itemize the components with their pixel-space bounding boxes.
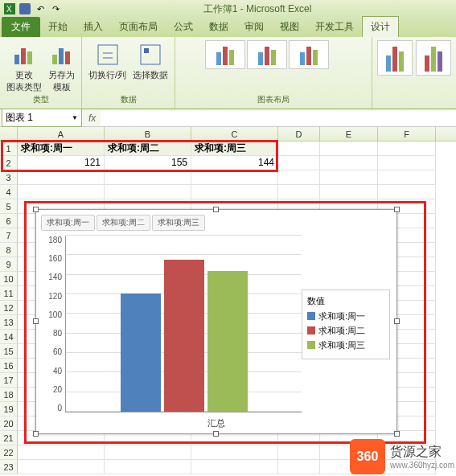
legend-item[interactable]: 求和项:周二 bbox=[307, 325, 384, 337]
chart-style-gallery[interactable] bbox=[377, 40, 451, 76]
row-header[interactable]: 7 bbox=[0, 228, 18, 243]
change-chart-type-button[interactable]: 更改 图表类型 bbox=[5, 40, 43, 95]
undo-icon[interactable]: ↶ bbox=[34, 2, 47, 15]
cell[interactable] bbox=[105, 170, 191, 185]
row-header[interactable]: 4 bbox=[0, 185, 18, 199]
row-header[interactable]: 6 bbox=[0, 214, 18, 228]
worksheet-grid[interactable]: ABCDEF 123456789101112131415161718192021… bbox=[0, 127, 456, 476]
tab-dev[interactable]: 开发工具 bbox=[307, 17, 362, 37]
cell[interactable] bbox=[278, 156, 320, 170]
row-header[interactable]: 10 bbox=[0, 272, 18, 286]
layout-option[interactable] bbox=[205, 40, 245, 69]
cell[interactable] bbox=[18, 185, 105, 199]
cell[interactable] bbox=[278, 185, 320, 199]
chart-layout-gallery[interactable] bbox=[205, 40, 342, 69]
fx-icon[interactable]: fx bbox=[88, 113, 96, 124]
cell[interactable] bbox=[278, 445, 320, 460]
row-header[interactable]: 22 bbox=[0, 445, 18, 460]
chart-bar[interactable] bbox=[164, 260, 204, 412]
legend-item[interactable]: 求和项:周三 bbox=[307, 339, 384, 351]
cell[interactable] bbox=[320, 142, 378, 156]
row-header[interactable]: 23 bbox=[0, 460, 18, 474]
cell[interactable] bbox=[320, 170, 378, 185]
filter-tag[interactable]: 求和项:周二 bbox=[97, 215, 150, 231]
cell[interactable] bbox=[378, 185, 436, 199]
row-header[interactable]: 11 bbox=[0, 286, 18, 301]
tab-data[interactable]: 数据 bbox=[201, 17, 236, 37]
row-header[interactable]: 2 bbox=[0, 156, 18, 170]
cell[interactable] bbox=[320, 156, 378, 170]
column-header[interactable]: D bbox=[278, 127, 320, 141]
column-header[interactable]: A bbox=[18, 127, 105, 141]
row-header[interactable]: 21 bbox=[0, 431, 18, 445]
tab-insert[interactable]: 插入 bbox=[76, 17, 111, 37]
tab-home[interactable]: 开始 bbox=[40, 17, 76, 37]
row-header[interactable]: 9 bbox=[0, 257, 18, 272]
chart-bar[interactable] bbox=[121, 293, 161, 412]
cell[interactable] bbox=[191, 445, 278, 460]
chart-plot-area[interactable] bbox=[65, 236, 302, 412]
row-header[interactable]: 14 bbox=[0, 330, 18, 344]
cell[interactable] bbox=[105, 460, 191, 474]
save-icon[interactable] bbox=[18, 2, 31, 15]
layout-option[interactable] bbox=[289, 40, 329, 69]
row-header[interactable]: 12 bbox=[0, 301, 18, 315]
filter-tag[interactable]: 求和项:周三 bbox=[152, 215, 206, 231]
row-header[interactable]: 5 bbox=[0, 199, 18, 214]
cell[interactable] bbox=[18, 460, 105, 474]
save-template-button[interactable]: 另存为 模板 bbox=[47, 40, 76, 95]
cell[interactable] bbox=[278, 142, 320, 156]
cell[interactable] bbox=[278, 460, 320, 474]
dropdown-icon[interactable]: ▼ bbox=[72, 114, 78, 121]
row-header[interactable]: 3 bbox=[0, 170, 18, 185]
chart-legend[interactable]: 数值 求和项:周一求和项:周二求和项:周三 bbox=[302, 289, 390, 359]
cell[interactable] bbox=[278, 170, 320, 185]
cell[interactable] bbox=[191, 185, 278, 199]
select-data-button[interactable]: 选择数据 bbox=[131, 40, 170, 83]
row-header[interactable]: 15 bbox=[0, 344, 18, 359]
switch-row-col-button[interactable]: 切换行/列 bbox=[87, 40, 128, 83]
style-option[interactable] bbox=[377, 40, 413, 76]
column-header[interactable]: C bbox=[191, 127, 278, 141]
cell[interactable] bbox=[191, 460, 278, 474]
cell[interactable] bbox=[18, 170, 105, 185]
select-all-corner[interactable] bbox=[0, 127, 18, 141]
column-header[interactable]: E bbox=[320, 127, 378, 141]
row-header[interactable]: 19 bbox=[0, 402, 18, 416]
row-header[interactable]: 20 bbox=[0, 416, 18, 431]
cell[interactable]: 155 bbox=[105, 156, 191, 170]
formula-input[interactable] bbox=[101, 111, 456, 125]
row-header[interactable]: 13 bbox=[0, 315, 18, 330]
cell[interactable] bbox=[105, 185, 191, 199]
cell[interactable] bbox=[320, 185, 378, 199]
cell[interactable]: 求和项:周二 bbox=[105, 142, 191, 156]
tab-review[interactable]: 审阅 bbox=[236, 17, 272, 37]
column-header[interactable]: B bbox=[105, 127, 191, 141]
cell[interactable] bbox=[18, 445, 105, 460]
row-header[interactable]: 8 bbox=[0, 243, 18, 257]
name-box[interactable]: 图表 1 ▼ bbox=[2, 109, 82, 127]
tab-file[interactable]: 文件 bbox=[2, 17, 40, 37]
row-header[interactable]: 17 bbox=[0, 373, 18, 388]
row-header[interactable]: 18 bbox=[0, 388, 18, 402]
tab-view[interactable]: 视图 bbox=[272, 17, 307, 37]
chart-bar[interactable] bbox=[207, 271, 248, 412]
cell[interactable] bbox=[378, 142, 436, 156]
cell[interactable]: 144 bbox=[191, 156, 278, 170]
row-header[interactable]: 16 bbox=[0, 359, 18, 373]
column-header[interactable]: F bbox=[378, 127, 436, 141]
style-option[interactable] bbox=[416, 40, 451, 76]
filter-tag[interactable]: 求和项:周一 bbox=[41, 215, 95, 231]
tab-layout[interactable]: 页面布局 bbox=[111, 17, 166, 37]
row-header[interactable]: 1 bbox=[0, 142, 18, 156]
cell[interactable]: 求和项:周三 bbox=[191, 142, 278, 156]
legend-item[interactable]: 求和项:周一 bbox=[307, 310, 384, 322]
cell[interactable]: 121 bbox=[18, 156, 105, 170]
tab-design[interactable]: 设计 bbox=[362, 16, 399, 37]
embedded-chart[interactable]: 求和项:周一求和项:周二求和项:周三 180160140120100806040… bbox=[35, 209, 397, 434]
cell[interactable] bbox=[191, 170, 278, 185]
tab-formulas[interactable]: 公式 bbox=[166, 17, 201, 37]
cell[interactable] bbox=[378, 156, 436, 170]
cell[interactable]: 求和项:周一 bbox=[18, 142, 105, 156]
cell[interactable] bbox=[105, 445, 191, 460]
